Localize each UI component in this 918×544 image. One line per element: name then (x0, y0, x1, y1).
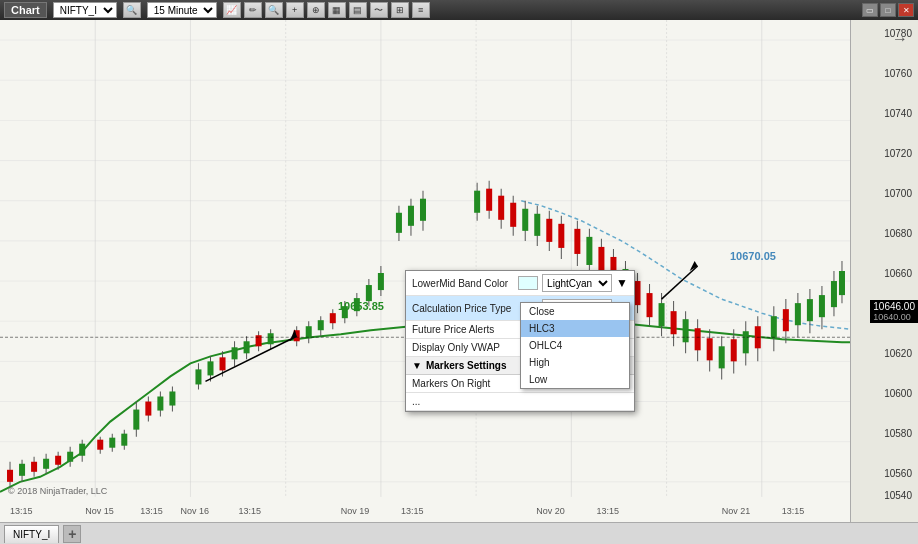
calc-price-dropdown: Close HLC3 OHLC4 High Low (520, 302, 630, 389)
annotation-price-1: 10653.85 (338, 300, 384, 312)
price-10740: 10740 (884, 108, 916, 119)
svg-rect-84 (420, 199, 426, 221)
toolbar-icon-6[interactable]: ▤ (349, 2, 367, 18)
chart-label: Chart (4, 2, 47, 18)
maximize-button[interactable]: □ (880, 3, 896, 17)
price-10760: 10760 (884, 68, 916, 79)
close-button[interactable]: ✕ (898, 3, 914, 17)
search-icon[interactable]: 🔍 (123, 2, 141, 18)
toolbar-icon-7[interactable]: 〜 (370, 2, 388, 18)
svg-rect-94 (522, 209, 528, 231)
svg-rect-48 (169, 391, 175, 405)
price-10720: 10720 (884, 148, 916, 159)
svg-rect-36 (97, 440, 103, 450)
svg-rect-144 (831, 281, 837, 307)
toolbar-icon-9[interactable]: ≡ (412, 2, 430, 18)
price-10600: 10600 (884, 388, 916, 399)
svg-text:13:15: 13:15 (239, 506, 262, 516)
svg-rect-70 (330, 313, 336, 323)
svg-rect-58 (244, 341, 250, 353)
price-10780: 10780 (884, 28, 916, 39)
band-color-dropdown-icon[interactable]: ▼ (616, 276, 628, 290)
annotation-price-2: 10670.05 (730, 250, 776, 262)
toolbar-icon-2[interactable]: ✏ (244, 2, 262, 18)
right-price-axis: → 10780 10760 10740 10720 10700 10680 10… (850, 20, 918, 522)
current-price-value: 10646.00 (873, 301, 915, 312)
svg-text:Nov 20: Nov 20 (536, 506, 565, 516)
bottom-bar: NIFTY_I + (0, 522, 918, 544)
toolbar-zoom-in[interactable]: + (286, 2, 304, 18)
svg-rect-118 (671, 311, 677, 334)
svg-rect-50 (195, 369, 201, 384)
svg-rect-88 (486, 189, 492, 211)
svg-rect-56 (232, 347, 238, 359)
toolbar-icons: 📈 ✏ 🔍 + ⊕ ▦ ▤ 〜 ⊞ ≡ (223, 2, 430, 18)
svg-rect-38 (109, 438, 115, 448)
svg-rect-52 (207, 361, 213, 375)
extra-label: ... (412, 396, 628, 407)
svg-rect-92 (510, 203, 516, 227)
color-swatch (518, 276, 538, 290)
svg-rect-136 (783, 309, 789, 331)
svg-text:Nov 21: Nov 21 (722, 506, 751, 516)
svg-rect-32 (67, 452, 73, 462)
band-color-label: LowerMid Band Color (412, 278, 514, 289)
app: Chart NIFTY_I 🔍 15 Minute 📈 ✏ 🔍 + ⊕ ▦ ▤ … (0, 0, 918, 544)
dropdown-item-hlc3[interactable]: HLC3 (521, 320, 629, 337)
current-price-label: 10646.00 10640.00 (870, 300, 918, 323)
symbol-select[interactable]: NIFTY_I (53, 2, 117, 18)
tab-nifty[interactable]: NIFTY_I (4, 525, 59, 543)
dropdown-item-high[interactable]: High (521, 354, 629, 371)
dropdown-item-close[interactable]: Close (521, 303, 629, 320)
price-10680: 10680 (884, 228, 916, 239)
svg-rect-78 (378, 273, 384, 290)
chart-main[interactable]: 13:15 Nov 15 13:15 Nov 16 13:15 Nov 19 1… (0, 20, 850, 522)
dropdown-item-ohlc4[interactable]: OHLC4 (521, 337, 629, 354)
toolbar-icon-8[interactable]: ⊞ (391, 2, 409, 18)
minimize-button[interactable]: ▭ (862, 3, 878, 17)
current-price-value2: 10640.00 (873, 312, 915, 322)
section-collapse-icon[interactable]: ▼ (412, 360, 422, 371)
svg-rect-26 (31, 462, 37, 472)
settings-row-band-color: LowerMid Band Color LightCyan ▼ (406, 271, 634, 296)
band-color-select[interactable]: LightCyan (542, 274, 612, 292)
toolbar-icon-1[interactable]: 📈 (223, 2, 241, 18)
svg-rect-44 (145, 402, 151, 416)
add-tab-button[interactable]: + (63, 525, 81, 543)
copyright-text: © 2018 NinjaTrader, LLC (8, 486, 107, 496)
settings-row-extra: ... (406, 393, 634, 411)
chart-container: 13:15 Nov 15 13:15 Nov 16 13:15 Nov 19 1… (0, 20, 918, 522)
svg-text:13:15: 13:15 (140, 506, 163, 516)
tab-label: NIFTY_I (13, 529, 50, 540)
timeframe-select[interactable]: 15 Minute (147, 2, 217, 18)
svg-rect-66 (306, 326, 312, 338)
toolbar-icon-4[interactable]: ⊕ (307, 2, 325, 18)
svg-text:Nov 16: Nov 16 (180, 506, 209, 516)
svg-text:Nov 19: Nov 19 (341, 506, 370, 516)
svg-rect-120 (683, 319, 689, 342)
price-10560: 10560 (884, 468, 916, 479)
svg-rect-122 (695, 328, 701, 350)
svg-rect-130 (743, 331, 749, 353)
dropdown-item-low[interactable]: Low (521, 371, 629, 388)
svg-rect-82 (408, 206, 414, 226)
price-10580: 10580 (884, 428, 916, 439)
svg-rect-112 (634, 281, 640, 305)
svg-rect-126 (719, 346, 725, 368)
svg-rect-114 (647, 293, 653, 317)
svg-rect-140 (807, 299, 813, 321)
svg-rect-138 (795, 303, 801, 325)
svg-rect-80 (396, 213, 402, 233)
price-10700: 10700 (884, 188, 916, 199)
svg-text:13:15: 13:15 (401, 506, 424, 516)
svg-rect-100 (558, 224, 564, 248)
section-header-label: Markers Settings (426, 360, 507, 371)
svg-rect-116 (659, 303, 665, 326)
toolbar-icon-5[interactable]: ▦ (328, 2, 346, 18)
svg-rect-42 (133, 410, 139, 430)
svg-rect-34 (79, 444, 85, 456)
toolbar-zoom-out[interactable]: 🔍 (265, 2, 283, 18)
svg-rect-90 (498, 196, 504, 220)
svg-rect-28 (43, 459, 49, 469)
svg-rect-134 (771, 316, 777, 338)
